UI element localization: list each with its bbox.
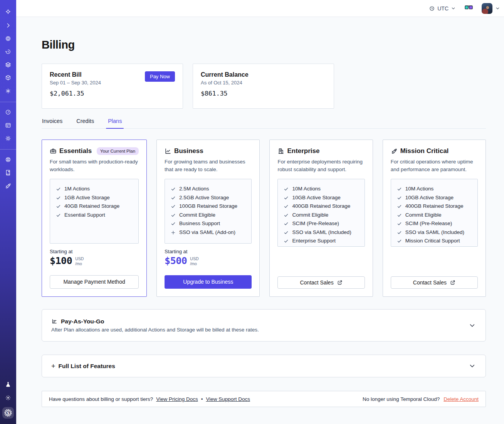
building-icon	[277, 148, 284, 155]
plan-card-essentials: Essentials Your Current Plan For small t…	[42, 140, 147, 297]
plan-feature: Commit Eligible	[171, 212, 248, 218]
plan-card-mission-critical: Mission Critical For critical operations…	[383, 140, 486, 297]
bar-chart-icon	[51, 318, 58, 325]
check-icon	[284, 204, 289, 209]
plan-name: Essentials	[59, 147, 92, 155]
check-icon	[284, 239, 289, 244]
plan-feature-label: SSO via SAML (Included)	[292, 229, 351, 235]
timezone-selector[interactable]: UTC	[429, 5, 456, 12]
footer-question: Have questions about billing or support …	[49, 396, 153, 402]
plan-feature-label: 10M Actions	[405, 186, 434, 192]
plan-price-area: Starting at $500 USD/mo	[165, 244, 252, 275]
plan-feature-list: 2.5M Actions2.5GB Active Storage100GB Re…	[165, 179, 252, 244]
plan-feature: 1M Actions	[56, 186, 135, 192]
plan-price-units: USD/mo	[75, 255, 84, 267]
nexus-icon[interactable]	[4, 87, 12, 95]
delete-account-link[interactable]: Delete Account	[444, 396, 479, 402]
plan-feature: 100GB Retained Storage	[171, 203, 248, 209]
account-menu[interactable]	[482, 3, 500, 14]
labs-flask-icon[interactable]	[4, 381, 12, 389]
plus-icon: +	[51, 363, 55, 370]
invoices-icon[interactable]	[4, 121, 12, 129]
plan-feature-label: 10GB Active Storage	[405, 195, 454, 200]
full-features-panel[interactable]: + Full List of Features	[42, 355, 486, 377]
support-lifebuoy-icon[interactable]	[4, 156, 12, 163]
plan-feature-label: 1M Actions	[64, 186, 90, 192]
plan-price: $500	[165, 255, 187, 266]
billing-active-item[interactable]: $	[2, 407, 14, 419]
current-balance-title: Current Balance	[201, 71, 326, 78]
chevron-down-icon[interactable]	[469, 322, 475, 329]
sidebar: $	[0, 0, 16, 424]
contact-sales-button[interactable]: Contact Sales	[391, 276, 478, 289]
plan-description: For critical operations where uptime and…	[391, 158, 478, 173]
contact-sales-label: Contact Sales	[413, 279, 447, 286]
upgrade-to-business-button[interactable]: Upgrade to Business	[165, 275, 252, 289]
plan-price-area	[277, 247, 365, 276]
plan-feature: SCIM (Pre-Release)	[397, 220, 474, 226]
expand-sidebar-icon[interactable]	[4, 22, 12, 29]
check-icon	[56, 213, 61, 218]
plan-feature: Business Support	[171, 220, 248, 226]
rocket-icon	[391, 148, 398, 155]
check-icon	[56, 195, 61, 200]
current-balance-card: Current Balance As of Oct 15, 2024 $861.…	[193, 64, 334, 109]
plan-feature-label: 1GB Active Storage	[64, 195, 110, 200]
plan-feature: 10M Actions	[284, 186, 361, 192]
plan-feature: SSO via SAML (Included)	[284, 229, 361, 235]
check-icon	[284, 230, 289, 235]
bullet-separator: •	[201, 396, 203, 402]
view-support-docs-link[interactable]: View Support Docs	[206, 396, 250, 402]
plan-feature-label: 400GB Retained Storage	[292, 203, 350, 209]
tab-invoices[interactable]: Invoices	[42, 118, 63, 128]
app: $ UTC	[0, 0, 504, 424]
view-pricing-docs-link[interactable]: View Pricing Docs	[156, 396, 198, 402]
chevron-down-icon[interactable]	[469, 363, 475, 369]
recent-bill-amount: $2,061.35	[50, 90, 175, 97]
check-icon	[171, 187, 176, 192]
settings-gear-icon[interactable]	[4, 135, 12, 142]
pay-as-you-go-panel[interactable]: Pay-As-You-Go After Plan allocations are…	[42, 309, 486, 342]
billing-tabs: Invoices Credits Plans	[42, 118, 486, 129]
plan-feature: Commit Eligible	[397, 212, 474, 218]
line-chart-icon	[165, 148, 171, 155]
payg-text: Pay-As-You-Go After Plan allocations are…	[51, 318, 259, 333]
deployments-icon[interactable]	[4, 74, 12, 82]
tab-plans[interactable]: Plans	[108, 118, 122, 128]
plan-header: Enterprise	[277, 147, 365, 155]
pay-now-button[interactable]: Pay Now	[145, 71, 175, 82]
plan-feature-label: 10GB Active Storage	[292, 195, 340, 200]
plan-description: For small teams with production-ready wo…	[50, 158, 139, 173]
avatar[interactable]	[482, 3, 492, 14]
full-features-text: + Full List of Features	[51, 363, 115, 370]
plan-feature-label: 2.5M Actions	[179, 186, 209, 192]
plan-feature: SSO via SAML (Included)	[397, 229, 474, 235]
docs-book-icon[interactable]	[4, 169, 12, 177]
plan-name: Enterprise	[287, 147, 319, 155]
contact-sales-button[interactable]: Contact Sales	[277, 276, 365, 289]
getting-started-rocket-icon[interactable]	[4, 182, 12, 190]
schedules-icon[interactable]	[4, 48, 12, 56]
task-queues-icon[interactable]	[4, 61, 12, 69]
chevron-down-icon	[495, 6, 500, 11]
plan-feature-label: SSO via SAML (Add-on)	[179, 229, 235, 235]
plan-feature-label: Mission Critical Support	[405, 238, 460, 244]
check-icon	[397, 230, 402, 235]
dev-glasses-icon[interactable]	[464, 5, 473, 12]
temporal-logo-icon[interactable]	[4, 8, 12, 16]
tab-credits[interactable]: Credits	[76, 118, 94, 128]
plan-feature: 2.5M Actions	[171, 186, 248, 192]
check-icon	[397, 239, 402, 244]
plan-price: $100	[50, 255, 72, 266]
namespaces-icon[interactable]	[4, 35, 12, 42]
plan-feature: 2.5GB Active Storage	[171, 195, 248, 200]
plan-feature-label: Commit Eligible	[292, 212, 328, 218]
svg-text:$: $	[7, 411, 9, 416]
plan-header: Essentials Your Current Plan	[50, 147, 139, 155]
theme-toggle-sun-icon[interactable]	[4, 394, 12, 402]
plan-feature-label: 100GB Retained Storage	[179, 203, 237, 209]
usage-icon[interactable]	[4, 108, 12, 116]
plan-feature: 400GB Retained Storage	[397, 203, 474, 209]
manage-payment-method-button[interactable]: Manage Payment Method	[50, 275, 139, 289]
check-icon	[171, 221, 176, 226]
